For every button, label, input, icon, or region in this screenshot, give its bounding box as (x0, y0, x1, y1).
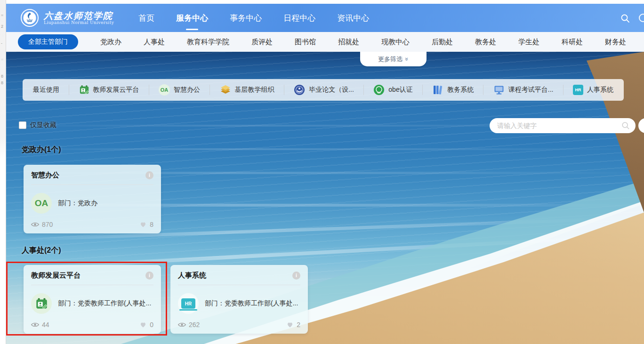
filter-tab-all[interactable]: 全部主管部门 (18, 34, 78, 49)
recent-app-hr-system[interactable]: HR 人事系统 (573, 85, 613, 95)
university-logo[interactable]: 六盘水师范学院 Liupanshui Normal University (20, 8, 114, 27)
info-icon[interactable] (292, 272, 300, 280)
hr-laptop-icon: HR (178, 293, 199, 314)
recent-app-teaching-org[interactable]: 基层教学组织 (220, 84, 274, 96)
calendar-badge-icon (31, 293, 52, 314)
seal-icon (294, 84, 305, 96)
views-stat: 870 (31, 221, 53, 228)
recent-app-oa[interactable]: OA 智慧办公 (159, 84, 200, 96)
filter-tab[interactable]: 质评处 (251, 38, 273, 47)
info-icon[interactable] (145, 171, 153, 179)
university-emblem-icon (20, 8, 39, 27)
recent-app-label: 人事系统 (587, 86, 613, 94)
monitor-icon (493, 84, 505, 96)
recent-app-label: 教师发展云平台 (93, 86, 139, 94)
recent-app-label: 毕业论文（设... (309, 86, 354, 94)
app-card-smart-office[interactable]: 智慧办公 OA 部门：党政办 870 8 (24, 165, 161, 233)
divider (422, 85, 423, 95)
divider (31, 184, 153, 185)
filter-tab[interactable]: 学生处 (518, 38, 539, 47)
eye-icon (178, 322, 186, 328)
heart-icon (139, 221, 147, 228)
calendar-badge-icon (79, 85, 89, 95)
filter-tab[interactable]: 后勤处 (432, 38, 453, 47)
window-top-edge (6, 0, 644, 4)
recent-app-label: obe认证 (388, 86, 412, 94)
obe-circle-icon (373, 84, 385, 96)
recent-app-label: 智慧办公 (174, 86, 200, 94)
divider (69, 85, 69, 95)
main-menu: 首页 服务中心 事务中心 日程中心 资讯中心 (138, 13, 369, 24)
recent-app-obe[interactable]: obe认证 (373, 84, 412, 96)
section-header: 党政办(1个) (22, 145, 61, 155)
recent-app-teacher-dev[interactable]: 教师发展云平台 (79, 85, 139, 95)
recent-app-academic-system[interactable]: 教务系统 (432, 84, 474, 96)
filter-tab[interactable]: 现教中心 (381, 38, 410, 47)
card-department: 部门：党委教师工作部(人事处... (205, 299, 298, 308)
like-button[interactable]: 8 (139, 221, 153, 228)
recent-app-label: 教务系统 (447, 86, 474, 94)
books-icon (432, 84, 443, 96)
divider (284, 85, 284, 95)
more-filters-label: 更多筛选 (378, 55, 402, 64)
recently-used-label: 最近使用 (33, 86, 59, 94)
card-department: 部门：党政办 (58, 199, 97, 208)
nav-item-affairs-center[interactable]: 事务中心 (230, 13, 262, 24)
search-icon[interactable] (620, 14, 630, 23)
divider (363, 85, 364, 95)
hr-laptop-icon: HR (573, 85, 583, 95)
double-chevron-down-icon: » (403, 57, 411, 61)
like-button[interactable]: 2 (286, 321, 300, 328)
favorites-only-checkbox[interactable] (19, 121, 26, 129)
eye-icon (31, 222, 39, 227)
card-title: 人事系统 (178, 271, 206, 280)
app-card-teacher-dev[interactable]: 教师发展云平台 部门：党委教师工作部(人事处... 44 (24, 265, 161, 334)
search-icon[interactable] (621, 121, 630, 130)
filter-tab[interactable]: 教务处 (475, 38, 496, 47)
nav-item-news-center[interactable]: 资讯中心 (337, 13, 369, 24)
nav-item-service-center[interactable]: 服务中心 (176, 13, 208, 24)
recent-app-label: 基层教学组织 (235, 86, 274, 94)
filter-tab[interactable]: 教育科学学院 (187, 38, 229, 47)
heart-icon (286, 321, 294, 328)
section-header: 人事处(2个) (22, 246, 61, 256)
card-title: 教师发展云平台 (31, 271, 80, 280)
oa-circle-icon: OA (159, 84, 170, 96)
filter-tab[interactable]: 科研处 (562, 38, 583, 47)
recent-app-thesis[interactable]: 毕业论文（设... (294, 84, 354, 96)
filter-tab[interactable]: 财务处 (605, 38, 626, 47)
divider (563, 85, 564, 95)
info-icon[interactable] (145, 272, 153, 280)
filter-tab[interactable]: 党政办 (100, 38, 121, 47)
filter-tab[interactable]: 招就处 (338, 38, 359, 47)
card-department: 部门：党委教师工作部(人事处... (58, 299, 151, 308)
divider (31, 285, 153, 285)
nav-item-home[interactable]: 首页 (138, 13, 154, 24)
favorites-only-label: 仅显收藏 (30, 121, 56, 129)
recent-app-exam-platform[interactable]: 课程考试平台... (493, 84, 554, 96)
divider (209, 85, 210, 95)
recent-app-label: 课程考试平台... (508, 86, 554, 94)
eye-icon (31, 322, 39, 328)
nav-item-schedule-center[interactable]: 日程中心 (283, 13, 315, 24)
card-title: 智慧办公 (31, 171, 59, 180)
divider (178, 285, 300, 285)
partial-circle-icon[interactable] (639, 14, 644, 22)
university-name: 六盘水师范学院 Liupanshui Normal University (44, 11, 114, 25)
more-filters-button[interactable]: 更多筛选 » (360, 52, 427, 66)
search-input[interactable] (497, 122, 621, 129)
oa-app-icon: OA (31, 193, 52, 214)
filter-tab[interactable]: 图书馆 (295, 38, 316, 47)
favorites-filter: 仅显收藏 (19, 121, 56, 129)
layers-icon (220, 84, 231, 96)
window-edge: = 2 - = 8 8 (0, 0, 6, 344)
department-filter-bar: 全部主管部门 党政办 人事处 教育科学学院 质评处 图书馆 招就处 现教中心 后… (6, 32, 644, 52)
like-button[interactable]: 0 (139, 321, 153, 328)
top-navbar: 六盘水师范学院 Liupanshui Normal University 首页 … (6, 4, 644, 32)
heart-icon (139, 321, 147, 328)
filter-tab[interactable]: 人事处 (144, 38, 165, 47)
views-stat: 44 (31, 321, 49, 328)
recently-used-bar: 最近使用 教师发展云平台 OA 智慧办公 基层教学组织 (23, 79, 624, 101)
keyword-search (490, 118, 636, 133)
app-card-hr-system[interactable]: 人事系统 HR 部门：党委教师工作部(人事处... 262 2 (170, 265, 308, 334)
